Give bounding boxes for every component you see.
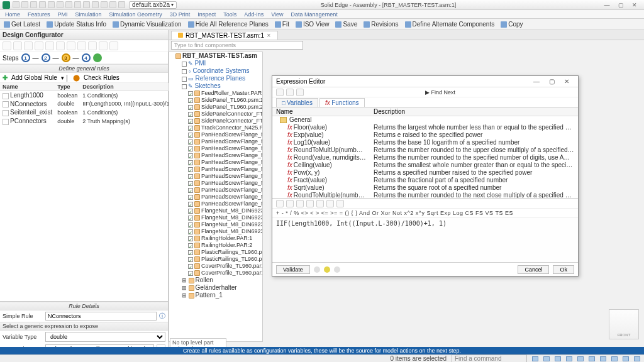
step-4[interactable]: 4 <box>82 53 91 62</box>
tree-item[interactable]: RailingHolder.PAR:2 <box>188 242 262 249</box>
qat-btn[interactable] <box>83 1 90 8</box>
cmd-get-latest[interactable]: Get Latest <box>4 21 40 28</box>
ok-button[interactable]: Ok <box>553 265 574 274</box>
tab-functions[interactable]: fx Functions <box>319 98 365 107</box>
dc-tool[interactable] <box>99 41 108 50</box>
expr-tool[interactable] <box>326 200 334 207</box>
function-category[interactable]: General <box>272 116 578 124</box>
cmd-revisions[interactable]: Revisions <box>364 21 398 28</box>
dc-tool[interactable] <box>45 41 54 50</box>
cmd-define-alternate[interactable]: Define Alternate Components <box>405 21 495 28</box>
cancel-button[interactable]: Cancel <box>518 265 549 274</box>
tree-group[interactable]: ⊞ Rollen <box>182 277 262 284</box>
qat-btn[interactable] <box>65 1 72 8</box>
function-row[interactable]: fxFloor(value)Returns the largest whole … <box>272 124 578 131</box>
tree-item[interactable]: FlangeNut_M8_DIN6923.PAR:4 <box>188 214 262 221</box>
expr-tool[interactable] <box>296 200 304 207</box>
play-button[interactable] <box>93 53 102 62</box>
dc-tool[interactable] <box>56 41 65 50</box>
qat-btn[interactable] <box>118 1 125 8</box>
tab-variables[interactable]: □ Variables <box>276 98 318 107</box>
cmd-fit[interactable]: Fit <box>275 21 289 28</box>
ribbon-tab[interactable]: Data Management <box>290 11 339 18</box>
status-icon[interactable] <box>543 356 550 361</box>
ribbon-tab[interactable]: PMI <box>57 11 69 18</box>
dc-tool[interactable] <box>13 41 22 50</box>
tree-group[interactable]: ⊞ Geländerhalter <box>182 284 262 292</box>
tree-item[interactable]: PanHeadScrewFlange_M8x12.PAR:8 <box>188 131 262 138</box>
step-1[interactable]: 1 <box>21 53 30 62</box>
step-2[interactable]: 2 <box>42 53 50 62</box>
status-icon[interactable] <box>623 356 629 361</box>
function-row[interactable]: fxLog10(value)Returns the base 10 logari… <box>272 139 578 146</box>
qat-btn[interactable] <box>92 1 99 8</box>
ribbon-tab[interactable]: 3D Print <box>169 11 192 18</box>
dialog-close[interactable]: ✕ <box>559 78 574 85</box>
step-3[interactable]: 3 <box>62 53 70 62</box>
tree-item[interactable]: PanHeadScrewFlange_M8x12.PAR:10 <box>188 200 262 207</box>
tree-item[interactable]: CoverProfile_TL960.par:2 <box>188 263 262 270</box>
tree-item[interactable]: PanHeadScrewFlange_M8x12.PAR:11 <box>188 187 262 194</box>
expr-tool[interactable] <box>276 200 284 207</box>
ribbon-tab[interactable]: Simulation <box>74 11 103 18</box>
dc-tool[interactable] <box>88 41 97 50</box>
cmd-dynamic-vis[interactable]: Dynamic Visualization <box>113 21 182 28</box>
tree-item[interactable]: FlangeNut_M8_DIN6923.PAR:2 <box>188 228 262 235</box>
expression-textarea[interactable]: IIF(Length1000, Int((Input.L-300)/1000)+… <box>272 218 578 262</box>
pathfinder-tree[interactable]: RBT_MASTER-TEST.asm ✎ PMI ⬨ Coordinate S… <box>169 52 263 342</box>
ribbon-tab[interactable]: Tools <box>222 11 238 18</box>
dlg-tool[interactable] <box>276 89 284 96</box>
dialog-maximize[interactable]: ▢ <box>544 78 559 85</box>
tree-item[interactable]: ⬨ Coordinate Systems <box>182 67 262 75</box>
function-row[interactable]: fxRoundToMultiple(number, mReturns the n… <box>272 192 578 199</box>
cmd-copy[interactable]: Copy <box>501 21 523 28</box>
ribbon-tab[interactable]: Features <box>26 11 52 18</box>
qat-btn[interactable] <box>57 1 64 8</box>
check-rules-button[interactable]: Check Rules <box>84 74 119 81</box>
find-components-input[interactable]: Type to find components <box>171 41 303 50</box>
dc-tool[interactable] <box>67 41 75 50</box>
ribbon-tab[interactable]: View <box>270 11 284 18</box>
dlg-tool[interactable] <box>296 89 304 96</box>
expr-tool[interactable] <box>286 200 294 207</box>
tree-item[interactable]: PanHeadScrewFlange_M8x12.PAR:1 <box>188 138 262 145</box>
ribbon-tab[interactable]: Simulation Geometry <box>108 11 164 18</box>
status-icon[interactable] <box>611 356 618 361</box>
validate-button[interactable]: Validate <box>276 265 310 274</box>
status-icon[interactable] <box>566 356 572 361</box>
vartype-select[interactable]: double <box>45 332 165 342</box>
cmd-hide-ref-planes[interactable]: Hide All Reference Planes <box>188 21 269 28</box>
add-global-rule-button[interactable]: Add Global Rule <box>11 74 57 81</box>
function-row[interactable]: fxRound(value, numdigits, [AwReturns the… <box>272 154 578 162</box>
dialog-minimize[interactable]: — <box>529 78 544 85</box>
tree-item[interactable]: PanHeadScrewFlange_M8x12.PAR:2 <box>188 152 262 159</box>
status-icon[interactable] <box>600 356 606 361</box>
view-cube[interactable]: FRONT <box>609 309 639 339</box>
status-icon[interactable] <box>634 356 640 361</box>
find-command-input[interactable]: Find a command <box>452 354 527 362</box>
tree-item[interactable]: PanHeadScrewFlange_M8x12.PAR:4 <box>188 180 262 187</box>
tree-item[interactable]: FeedRoller_Master.PAR:1 <box>188 90 262 97</box>
tree-root[interactable]: RBT_MASTER-TEST.asm <box>175 52 262 60</box>
ribbon-tab[interactable]: Home <box>4 11 21 18</box>
tree-item[interactable]: FlangeNut_M8_DIN6923.PAR:1 <box>188 221 262 228</box>
dlg-tool[interactable] <box>286 89 294 96</box>
tree-item[interactable]: FlangeNut_M8_DIN6923.PAR:3 <box>188 207 262 214</box>
status-icon[interactable] <box>577 356 584 361</box>
tree-item[interactable]: PanHeadScrewFlange_M8x12.PAR:6 <box>188 173 262 180</box>
info-icon[interactable]: ⓘ <box>159 312 165 321</box>
dc-tool[interactable] <box>77 41 86 50</box>
tree-item[interactable]: SidePanelConnector_FT35.PAR:1 <box>188 111 262 118</box>
dc-tool[interactable] <box>3 41 11 50</box>
expr-tool[interactable] <box>336 200 344 207</box>
function-row[interactable]: fxFract(value)Returns the fractional par… <box>272 177 578 184</box>
qat-btn[interactable] <box>39 1 46 8</box>
cmd-save[interactable]: Save <box>335 21 357 28</box>
tree-group[interactable]: ⊞ Pattern_1 <box>182 292 262 299</box>
ribbon-tab[interactable]: Inspect <box>196 11 217 18</box>
tree-item[interactable]: PlasticRailings_TL960.par:2 <box>188 256 262 263</box>
qat-btn[interactable] <box>21 1 28 8</box>
qat-btn[interactable] <box>101 1 108 8</box>
qat-btn[interactable] <box>74 1 81 8</box>
tree-item[interactable]: PanHeadScrewFlange_M8x12.PAR:9 <box>188 194 262 200</box>
